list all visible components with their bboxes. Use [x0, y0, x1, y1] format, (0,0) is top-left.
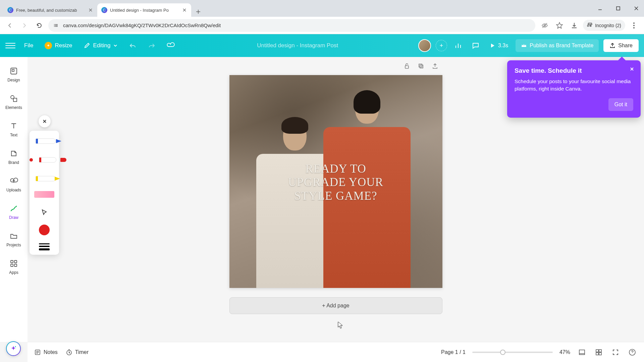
rail-label: Brand	[8, 160, 19, 165]
browser-tab-2[interactable]: C Untitled design - Instagram Po	[97, 3, 191, 17]
resize-label: Resize	[55, 42, 72, 49]
design-canvas[interactable]: READY TOUPGRADE YOURSTYLE GAME?	[229, 75, 442, 288]
bookmark-star-icon[interactable]	[553, 19, 566, 32]
editing-label: Editing	[93, 42, 110, 49]
download-icon[interactable]	[568, 19, 580, 32]
add-page-button[interactable]: + Add page	[229, 297, 442, 314]
notes-button[interactable]: Notes	[34, 349, 58, 356]
forward-icon[interactable]	[19, 20, 30, 31]
notes-icon	[34, 349, 41, 356]
play-icon	[489, 43, 495, 49]
close-tab-icon[interactable]	[182, 7, 187, 13]
maximize-icon[interactable]	[613, 3, 623, 13]
figure-left	[256, 120, 333, 288]
zoom-slider[interactable]	[472, 352, 553, 353]
rail-design[interactable]: Design	[2, 61, 26, 88]
svg-point-3	[54, 26, 55, 27]
schedule-promo-tooltip: Save time. Schedule it Schedule your pos…	[507, 60, 641, 118]
close-promo-icon[interactable]	[628, 65, 636, 73]
menu-icon[interactable]	[5, 41, 15, 51]
close-tab-icon[interactable]	[88, 7, 93, 13]
rail-brand[interactable]: Brand	[2, 143, 26, 170]
editing-mode-dropdown[interactable]: Editing	[81, 40, 120, 51]
page-indicator[interactable]: Page 1 / 1	[441, 349, 466, 355]
rail-label: Elements	[5, 105, 22, 110]
apps-icon	[9, 259, 18, 268]
back-icon[interactable]	[4, 20, 15, 31]
projects-icon	[9, 231, 18, 241]
promo-cta-label: Got it	[614, 102, 627, 107]
close-draw-panel-icon[interactable]	[39, 115, 51, 127]
timer-button[interactable]: Timer	[66, 349, 89, 356]
rail-label: Design	[7, 78, 20, 82]
publish-button[interactable]: Publish as Brand Template	[516, 39, 599, 52]
present-button[interactable]: 3.3s	[487, 41, 511, 51]
rail-projects[interactable]: Projects	[2, 226, 26, 253]
headline-text[interactable]: READY TOUPGRADE YOURSTYLE GAME?	[229, 162, 442, 203]
user-avatar[interactable]	[418, 39, 431, 52]
share-label: Share	[618, 43, 633, 49]
reload-icon[interactable]	[34, 20, 45, 31]
rail-uploads[interactable]: Uploads	[2, 171, 26, 198]
rail-label: Text	[10, 133, 17, 137]
sparkle-icon	[10, 345, 17, 352]
resize-button[interactable]: Resize	[42, 40, 75, 51]
help-icon[interactable]	[627, 347, 637, 357]
draw-icon	[9, 204, 18, 213]
redo-icon[interactable]	[145, 39, 158, 52]
undo-icon[interactable]	[126, 39, 139, 52]
rail-label: Uploads	[6, 188, 21, 192]
minimize-icon[interactable]	[595, 3, 605, 13]
svg-rect-13	[405, 66, 409, 68]
zoom-value[interactable]: 47%	[559, 349, 570, 355]
add-member-icon[interactable]: +	[436, 40, 447, 51]
canvas-controls	[229, 57, 442, 75]
duplicate-page-icon[interactable]	[416, 61, 426, 71]
document-title[interactable]: Untitled design - Instagram Post	[183, 42, 412, 49]
sparkle-icon	[45, 42, 52, 49]
rail-elements[interactable]: Elements	[2, 88, 26, 115]
incognito-icon	[587, 22, 593, 29]
rail-draw[interactable]: Draw	[2, 198, 26, 225]
promo-title: Save time. Schedule it	[515, 67, 633, 74]
svg-rect-20	[596, 350, 598, 352]
analytics-icon[interactable]	[452, 39, 465, 52]
browser-menu-icon[interactable]	[628, 19, 640, 32]
svg-rect-0	[616, 7, 620, 10]
lock-icon[interactable]	[402, 61, 412, 71]
side-rail: Design Elements Text Brand Uploads Draw …	[0, 57, 28, 342]
address-bar[interactable]: canva.com/design/DAGVwk84gKQ/2TWv0K2DrCA…	[48, 19, 535, 32]
file-menu[interactable]: File	[21, 40, 36, 51]
comment-icon[interactable]	[469, 39, 482, 52]
promo-body: Schedule your posts to your favourite so…	[515, 78, 633, 93]
rail-text[interactable]: Text	[2, 116, 26, 143]
rail-apps[interactable]: Apps	[2, 253, 26, 280]
browser-toolbar: canva.com/design/DAGVwk84gKQ/2TWv0K2DrCA…	[0, 17, 644, 34]
cloud-sync-icon[interactable]	[164, 39, 177, 52]
svg-rect-21	[599, 350, 601, 352]
design-icon	[9, 66, 18, 76]
bottom-bar: Notes Timer Page 1 / 1 47%	[28, 342, 644, 362]
grid-view-icon[interactable]	[594, 347, 604, 357]
close-window-icon[interactable]	[631, 3, 641, 13]
svg-point-2	[54, 25, 55, 26]
magic-ai-button[interactable]	[6, 341, 21, 356]
export-page-icon[interactable]	[430, 61, 440, 71]
eye-off-icon[interactable]	[539, 19, 551, 32]
new-tab-button[interactable]	[193, 7, 203, 17]
publish-label: Publish as Brand Template	[530, 43, 593, 49]
got-it-button[interactable]: Got it	[608, 98, 633, 111]
share-button[interactable]: Share	[603, 39, 639, 52]
browser-tab-1[interactable]: C Free, beautiful, and customizab	[3, 3, 97, 17]
site-info-icon[interactable]	[53, 23, 60, 28]
page-view-icon[interactable]	[577, 347, 587, 357]
svg-point-16	[15, 346, 16, 347]
svg-rect-9	[11, 260, 13, 263]
incognito-chip[interactable]: Incognito (2)	[583, 20, 625, 31]
zoom-thumb[interactable]	[500, 350, 505, 355]
chevron-down-icon	[113, 43, 118, 48]
fullscreen-icon[interactable]	[610, 347, 621, 357]
incognito-label: Incognito (2)	[595, 23, 621, 28]
canva-favicon-icon: C	[7, 7, 13, 13]
svg-point-1	[54, 24, 55, 25]
